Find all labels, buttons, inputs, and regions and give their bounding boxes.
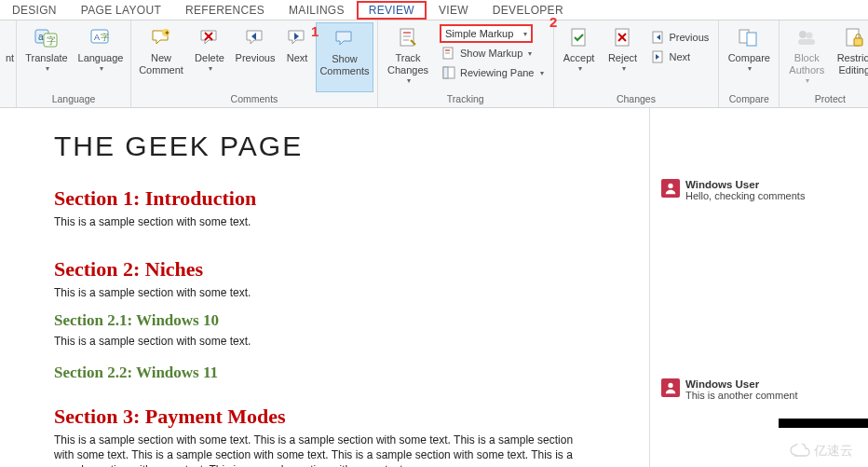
group-tracking-label: Tracking bbox=[382, 92, 549, 106]
reject-icon bbox=[613, 24, 633, 50]
next-comment-button[interactable]: Next bbox=[280, 22, 314, 92]
previous-change-icon bbox=[651, 30, 666, 45]
language-button[interactable]: A字 Language bbox=[75, 22, 127, 92]
translate-button[interactable]: a字 Translate bbox=[20, 22, 73, 92]
block-authors-button: Block Authors bbox=[783, 22, 830, 92]
compare-button[interactable]: Compare bbox=[723, 22, 775, 92]
black-bar bbox=[779, 419, 868, 428]
svg-text:✦: ✦ bbox=[164, 29, 170, 37]
heading-section-3: Section 3: Payment Modes bbox=[54, 405, 649, 429]
svg-text:字: 字 bbox=[47, 35, 56, 46]
avatar-icon bbox=[661, 378, 680, 397]
para-s2: This is a sample section with some text. bbox=[54, 285, 594, 300]
avatar-icon bbox=[661, 179, 680, 198]
show-markup-icon bbox=[441, 46, 456, 61]
reject-button[interactable]: Reject bbox=[603, 22, 644, 92]
language-icon: A字 bbox=[88, 24, 113, 50]
tab-mailings[interactable]: MAILINGS bbox=[277, 1, 357, 20]
para-s21: This is a sample section with some text. bbox=[54, 334, 594, 349]
svg-rect-19 bbox=[443, 67, 448, 78]
accept-button[interactable]: Accept bbox=[558, 22, 601, 92]
delete-comment-icon bbox=[199, 24, 220, 50]
next-comment-icon bbox=[287, 24, 307, 50]
group-comments-label: Comments bbox=[135, 92, 373, 106]
page[interactable]: THE GEEK PAGE Section 1: Introduction Th… bbox=[0, 108, 650, 467]
svg-rect-11 bbox=[400, 29, 414, 46]
svg-rect-32 bbox=[854, 38, 862, 46]
ribbon: nt a字 Translate A字 Language Language ✦ N… bbox=[0, 21, 868, 108]
next-change-button[interactable]: Next bbox=[649, 48, 712, 66]
new-comment-button[interactable]: ✦ New Comment bbox=[135, 22, 187, 92]
svg-point-29 bbox=[807, 33, 813, 39]
tab-design[interactable]: DESIGN bbox=[0, 1, 69, 20]
translate-icon: a字 bbox=[34, 24, 59, 50]
svg-text:A: A bbox=[94, 33, 100, 42]
restrict-editing-button[interactable]: Restrict Editing bbox=[832, 22, 868, 92]
svg-text:字: 字 bbox=[101, 33, 109, 42]
document-area: THE GEEK PAGE Section 1: Introduction Th… bbox=[0, 108, 868, 467]
group-compare-label: Compare bbox=[723, 92, 775, 106]
ribbon-tabs: DESIGN PAGE LAYOUT REFERENCES MAILINGS R… bbox=[0, 0, 868, 21]
comment-item[interactable]: Windows User Hello, checking comments bbox=[661, 179, 861, 201]
track-changes-icon bbox=[398, 24, 418, 50]
comment-text: This is another comment bbox=[685, 390, 797, 401]
reviewing-pane-icon bbox=[441, 65, 456, 80]
heading-section-2-2: Section 2.2: Windows 11 bbox=[54, 364, 649, 382]
para-s1: This is a sample section with some text. bbox=[54, 214, 594, 229]
heading-section-2: Section 2: Niches bbox=[54, 257, 649, 282]
reviewing-pane-button[interactable]: Reviewing Pane bbox=[440, 63, 546, 82]
svg-text:a: a bbox=[38, 32, 44, 42]
compare-icon bbox=[738, 24, 760, 50]
tab-page-layout[interactable]: PAGE LAYOUT bbox=[69, 1, 173, 20]
comment-text: Hello, checking comments bbox=[685, 190, 805, 201]
new-comment-icon: ✦ bbox=[151, 24, 171, 50]
group-label-trunc bbox=[4, 103, 12, 106]
svg-point-33 bbox=[668, 184, 672, 188]
previous-comment-button[interactable]: Previous bbox=[232, 22, 278, 92]
group-protect-label: Protect bbox=[783, 92, 868, 106]
svg-rect-20 bbox=[572, 29, 585, 46]
block-authors-icon bbox=[795, 24, 818, 50]
previous-change-button[interactable]: Previous bbox=[649, 28, 712, 47]
comments-pane: Windows User Hello, checking comments Wi… bbox=[650, 108, 868, 467]
group-language-label: Language bbox=[20, 92, 127, 106]
display-for-review-value: Simple Markup bbox=[445, 28, 513, 39]
heading-section-1: Section 1: Introduction bbox=[54, 186, 649, 211]
svg-rect-27 bbox=[747, 33, 756, 46]
show-comments-button[interactable]: Show Comments bbox=[316, 22, 373, 92]
next-change-icon bbox=[651, 49, 666, 64]
doc-title: THE GEEK PAGE bbox=[54, 130, 649, 162]
comment-author: Windows User bbox=[685, 179, 805, 190]
delete-comment-button[interactable]: Delete bbox=[189, 22, 230, 92]
svg-point-28 bbox=[799, 31, 807, 38]
group-changes-label: Changes bbox=[558, 92, 715, 106]
accept-icon bbox=[569, 24, 590, 50]
show-comments-icon bbox=[334, 25, 355, 51]
previous-comment-icon bbox=[245, 24, 265, 50]
svg-rect-30 bbox=[798, 39, 815, 45]
tab-references[interactable]: REFERENCES bbox=[173, 1, 277, 20]
restrict-editing-icon bbox=[844, 24, 864, 50]
show-markup-button[interactable]: Show Markup bbox=[440, 44, 546, 62]
tab-review[interactable]: REVIEW bbox=[357, 1, 427, 20]
heading-section-2-1: Section 2.1: Windows 10 bbox=[54, 311, 649, 330]
comment-item[interactable]: Windows User This is another comment bbox=[661, 378, 861, 401]
track-changes-button[interactable]: Track Changes bbox=[382, 22, 434, 92]
tab-view[interactable]: VIEW bbox=[427, 1, 481, 20]
para-s3: This is a sample section with some text.… bbox=[54, 433, 594, 467]
display-for-review-combo[interactable]: Simple Markup▾ bbox=[440, 24, 533, 43]
watermark: 亿速云 bbox=[790, 443, 853, 460]
tab-developer[interactable]: DEVELOPER bbox=[481, 1, 576, 20]
svg-point-34 bbox=[668, 383, 672, 388]
comment-author: Windows User bbox=[685, 378, 797, 390]
truncated-button[interactable]: nt bbox=[4, 22, 16, 103]
